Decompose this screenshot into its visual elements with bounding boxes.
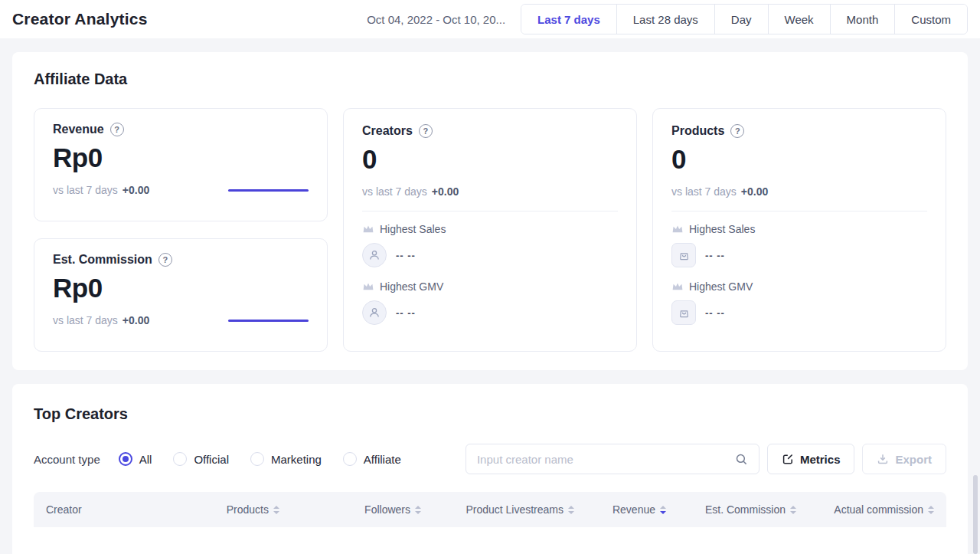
top-creators-panel: Top Creators Account type All Official M…: [12, 384, 968, 554]
column-header-product-livestreams[interactable]: Product Livestreams: [421, 503, 574, 516]
help-icon[interactable]: ?: [158, 253, 172, 267]
affiliate-data-heading: Affiliate Data: [34, 70, 946, 88]
creator-avatar-placeholder-icon: [362, 243, 387, 267]
highest-gmv-label: Highest GMV: [380, 280, 443, 293]
est-commission-value: Rp0: [53, 273, 309, 303]
highest-sales-product: -- --: [705, 250, 725, 261]
help-icon[interactable]: ?: [110, 123, 124, 136]
creators-value: 0: [362, 144, 618, 175]
tab-day[interactable]: Day: [714, 5, 768, 34]
radio-account-type-all[interactable]: All: [119, 452, 152, 466]
est-commission-card-title: Est. Commission: [53, 253, 152, 267]
radio-account-type-marketing[interactable]: Marketing: [250, 452, 322, 466]
highest-sales-label: Highest Sales: [689, 223, 755, 235]
column-header-actual-commission[interactable]: Actual commission: [796, 503, 934, 516]
comparison-delta: +0.00: [432, 185, 459, 198]
sort-icon[interactable]: [273, 506, 279, 514]
crown-icon: [362, 281, 374, 292]
products-value: 0: [671, 144, 927, 175]
tab-last-28-days[interactable]: Last 28 days: [616, 5, 714, 34]
est-commission-sparkline: [228, 320, 309, 322]
revenue-value: Rp0: [53, 143, 309, 173]
creators-card-title: Creators: [362, 124, 413, 138]
creator-search-input[interactable]: [477, 453, 735, 466]
top-creators-table-header: Creator Products Followers Product Lives…: [34, 492, 946, 527]
est-commission-card: Est. Commission ? Rp0 vs last 7 days +0.…: [34, 238, 328, 352]
column-header-est-commission[interactable]: Est. Commission: [666, 503, 796, 516]
radio-icon: [173, 452, 187, 466]
product-bag-icon: [671, 300, 696, 325]
export-button[interactable]: Export: [862, 444, 946, 474]
metrics-button[interactable]: Metrics: [767, 444, 855, 474]
product-bag-icon: [671, 243, 696, 267]
creator-avatar-placeholder-icon: [362, 300, 387, 325]
radio-account-type-official[interactable]: Official: [173, 452, 229, 466]
comparison-delta: +0.00: [741, 185, 768, 198]
products-card-title: Products: [671, 124, 724, 138]
date-range-tabs: Last 7 days Last 28 days Day Week Month …: [521, 4, 968, 34]
affiliate-data-panel: Affiliate Data Revenue ? Rp0 vs last 7 d…: [12, 52, 968, 370]
metrics-edit-icon: [782, 453, 794, 465]
help-icon[interactable]: ?: [419, 124, 433, 138]
comparison-label: vs last 7 days: [53, 314, 118, 326]
comparison-label: vs last 7 days: [53, 184, 118, 196]
column-header-followers[interactable]: Followers: [279, 503, 421, 516]
tab-month[interactable]: Month: [830, 5, 895, 34]
tab-week[interactable]: Week: [768, 5, 830, 34]
column-header-revenue[interactable]: Revenue: [574, 503, 666, 516]
sort-icon[interactable]: [790, 506, 796, 514]
revenue-sparkline: [228, 189, 309, 192]
radio-account-type-affiliate[interactable]: Affiliate: [343, 452, 401, 466]
comparison-label: vs last 7 days: [671, 185, 737, 198]
crown-icon: [671, 281, 684, 292]
radio-icon: [343, 452, 357, 466]
tab-custom[interactable]: Custom: [894, 5, 967, 34]
products-card: Products ? 0 vs last 7 days +0.00 Highes…: [652, 108, 946, 352]
tab-last-7-days[interactable]: Last 7 days: [521, 5, 616, 34]
highest-sales-creator: -- --: [396, 250, 416, 261]
highest-gmv-product: -- --: [705, 307, 725, 319]
creator-search-box: [466, 444, 760, 474]
highest-gmv-label: Highest GMV: [689, 280, 753, 293]
crown-icon: [362, 224, 374, 234]
highest-sales-label: Highest Sales: [380, 223, 446, 235]
radio-icon: [250, 452, 264, 466]
sort-icon-active-desc[interactable]: [660, 506, 666, 514]
sort-icon[interactable]: [415, 506, 421, 514]
account-type-label: Account type: [34, 453, 100, 466]
column-header-creator: Creator: [46, 503, 176, 516]
top-creators-heading: Top Creators: [34, 405, 946, 423]
comparison-label: vs last 7 days: [362, 185, 427, 198]
radio-icon: [119, 452, 132, 466]
revenue-card: Revenue ? Rp0 vs last 7 days +0.00: [34, 108, 328, 221]
column-header-products[interactable]: Products: [176, 503, 279, 516]
date-range-text: Oct 04, 2022 - Oct 10, 20...: [367, 13, 505, 26]
search-icon[interactable]: [735, 453, 748, 466]
sort-icon[interactable]: [928, 506, 934, 514]
top-bar: Creator Analytics Oct 04, 2022 - Oct 10,…: [0, 0, 980, 38]
sort-icon[interactable]: [568, 506, 574, 514]
page-title: Creator Analytics: [12, 10, 148, 28]
help-icon[interactable]: ?: [730, 124, 744, 138]
comparison-delta: +0.00: [122, 314, 149, 326]
crown-icon: [671, 224, 684, 234]
highest-gmv-creator: -- --: [396, 307, 416, 319]
comparison-delta: +0.00: [122, 184, 149, 196]
creators-card: Creators ? 0 vs last 7 days +0.00 Highes…: [343, 108, 637, 352]
revenue-card-title: Revenue: [53, 123, 104, 136]
page-scrollbar[interactable]: [973, 475, 978, 554]
download-icon: [877, 453, 889, 465]
